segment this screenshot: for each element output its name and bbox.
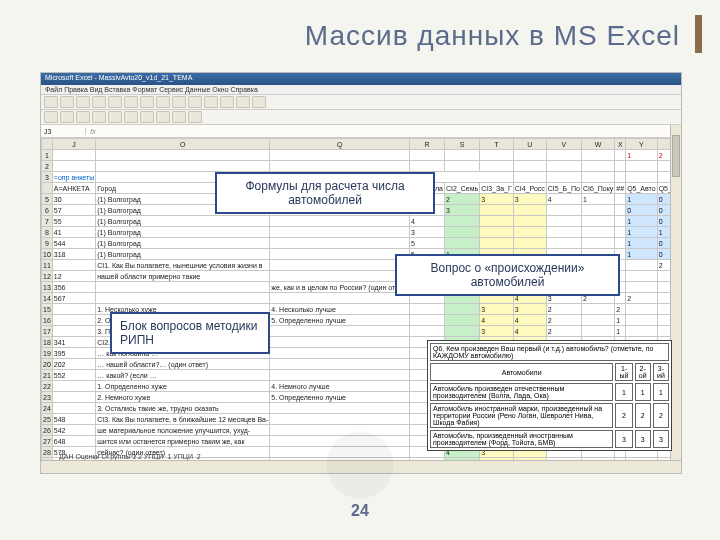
toolbar-button[interactable]	[252, 96, 266, 108]
toolbar-button[interactable]	[140, 96, 154, 108]
toolbar-button[interactable]	[124, 96, 138, 108]
toolbar-button[interactable]	[108, 111, 122, 123]
toolbar-button[interactable]	[60, 111, 74, 123]
toolbar-button[interactable]	[92, 111, 106, 123]
callout-ripn-block: Блок вопросов методики РИПН	[110, 312, 270, 354]
toolbar-standard	[41, 95, 681, 110]
toolbar-button[interactable]	[172, 96, 186, 108]
toolbar-button[interactable]	[60, 96, 74, 108]
formula-bar: J3 fx	[41, 125, 681, 138]
question-q6-table: Q6. Кем произведен Ваш первый (и т.д.) а…	[427, 340, 672, 451]
slide-title: Массив данных в MS Excel	[305, 20, 680, 52]
toolbar-formatting	[41, 110, 681, 125]
toolbar-button[interactable]	[92, 96, 106, 108]
sheet-tabs[interactable]: ДАН Оценки ОГруппы 1 2 УПЦИ_1 УПЦИ_2	[59, 453, 201, 460]
menu-bar[interactable]: Файл Правка Вид Вставка Формат Сервис Да…	[41, 85, 681, 95]
callout-origin-question: Вопрос о «происхождении» автомобилей	[395, 254, 620, 296]
toolbar-button[interactable]	[156, 96, 170, 108]
toolbar-button[interactable]	[76, 111, 90, 123]
toolbar-button[interactable]	[172, 111, 186, 123]
page-number: 24	[0, 502, 720, 520]
window-titlebar: Microsoft Excel - MassivAvto20_v1d_21_TE…	[41, 73, 681, 85]
toolbar-button[interactable]	[236, 96, 250, 108]
toolbar-button[interactable]	[188, 96, 202, 108]
callout-formulas: Формулы для расчета числа автомобилей	[215, 172, 435, 214]
scroll-thumb[interactable]	[672, 135, 680, 177]
toolbar-button[interactable]	[108, 96, 122, 108]
fx-icon[interactable]: fx	[86, 128, 100, 135]
toolbar-button[interactable]	[44, 96, 58, 108]
q6-text: Q6. Кем произведен Ваш первый (и т.д.) а…	[430, 343, 669, 361]
toolbar-button[interactable]	[124, 111, 138, 123]
toolbar-button[interactable]	[220, 96, 234, 108]
toolbar-button[interactable]	[188, 111, 202, 123]
toolbar-button[interactable]	[140, 111, 154, 123]
slide: Массив данных в MS Excel Microsoft Excel…	[0, 0, 720, 540]
accent-bar	[695, 15, 702, 53]
toolbar-button[interactable]	[76, 96, 90, 108]
status-bar	[41, 460, 681, 473]
toolbar-button[interactable]	[204, 96, 218, 108]
toolbar-button[interactable]	[156, 111, 170, 123]
toolbar-button[interactable]	[44, 111, 58, 123]
name-box[interactable]: J3	[41, 128, 86, 135]
